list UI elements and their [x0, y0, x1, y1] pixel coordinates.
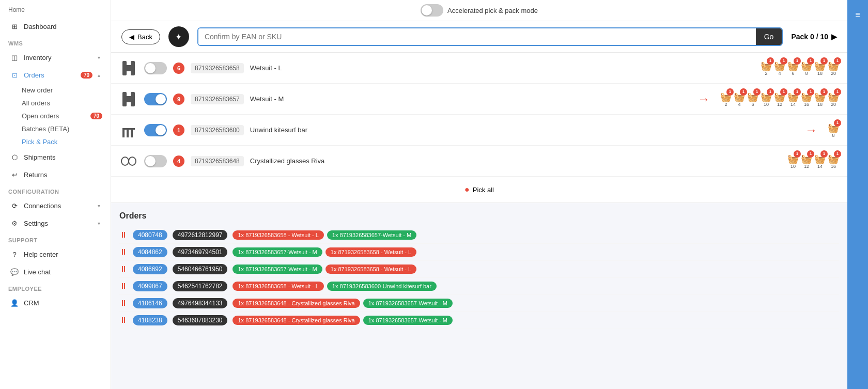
product-toggle[interactable] [144, 124, 167, 136]
sku-tag: 8719326583658 [191, 63, 244, 73]
basket-icon-wrap: 🧺 1 [828, 153, 839, 165]
svg-rect-9 [122, 128, 135, 130]
order-tags: 1x 8719326583657-Wetsuit - M1x 871932658… [233, 264, 839, 274]
employee-section-label: Employee [0, 281, 111, 294]
all-orders-label: All orders [22, 99, 50, 107]
sub-item-batches[interactable]: Batches (BETA) [22, 122, 111, 135]
pause-icon[interactable]: ⏸ [119, 230, 128, 240]
ean-input[interactable] [198, 28, 756, 45]
crm-label: CRM [24, 299, 100, 307]
sidebar-item-help[interactable]: ? Help center [2, 246, 109, 262]
pause-icon[interactable]: ⏸ [119, 247, 128, 257]
pause-icon[interactable]: ⏸ [119, 264, 128, 274]
shipments-icon: ⬡ [10, 153, 19, 161]
sku-tag: 8719326583657 [191, 94, 244, 104]
sidebar-item-crm[interactable]: 👤 CRM [2, 294, 109, 311]
product-toggle[interactable] [144, 93, 167, 105]
quantity-badge: 1 [173, 125, 184, 136]
sidebar-item-shipments[interactable]: ⬡ Shipments [2, 149, 109, 165]
basket-count: 1 [726, 88, 734, 96]
dashboard-icon: ⊞ [10, 22, 19, 30]
product-name: Wetsuit - L [250, 64, 754, 72]
sub-item-open-orders[interactable]: Open orders 70 [22, 110, 111, 122]
basket-item: 🧺 1 18 [814, 60, 826, 76]
sidebar-item-returns[interactable]: ↩ Returns [2, 166, 109, 183]
pick-all-label: Pick all [473, 186, 494, 194]
order-tag: 1x 8719326583658 - Wetsuit - L [326, 247, 416, 257]
red-arrow-icon: → [698, 92, 710, 106]
order-id-dark: 4972612812997 [173, 230, 228, 240]
open-orders-label: Open orders [22, 112, 59, 120]
basket-count: 1 [820, 57, 828, 65]
svg-point-10 [121, 157, 129, 165]
basket-item: 🧺 1 2 [761, 60, 772, 76]
basket-item: 🧺 1 6 [787, 60, 799, 76]
panel-lines-icon[interactable]: ≡ [855, 10, 860, 20]
new-order-label: New order [22, 86, 53, 94]
sub-item-all-orders[interactable]: All orders [22, 97, 111, 110]
orders-submenu: New order All orders Open orders 70 Batc… [0, 84, 111, 148]
sub-item-pick-pack[interactable]: Pick & Pack [22, 135, 111, 148]
sidebar-item-live-chat[interactable]: 💬 Live chat [2, 263, 109, 280]
basket-count: 1 [807, 88, 814, 96]
pause-icon[interactable]: ⏸ [119, 299, 128, 308]
shipments-label: Shipments [24, 153, 100, 161]
order-tag: 1x 8719326583657-Wetsuit - M [327, 230, 416, 240]
svg-rect-2 [122, 65, 135, 71]
basket-item: 🧺 1 20 [828, 60, 839, 76]
sidebar-item-inventory[interactable]: ◫ Inventory ▾ [2, 49, 109, 66]
sidebar-item-orders[interactable]: ⊡ Orders 70 ▴ [2, 67, 109, 83]
toggle-knob [422, 5, 432, 15]
order-id-dark: 5462541762782 [173, 281, 228, 291]
basket-count: 1 [780, 88, 787, 96]
basket-count: 1 [820, 150, 828, 158]
quantity-badge: 9 [173, 94, 184, 105]
svg-point-11 [129, 157, 136, 165]
order-tag: 1x 8719326583658 - Wetsuit - L [233, 282, 323, 291]
inventory-label: Inventory [24, 54, 92, 61]
pack-arrow-icon: ▶ [831, 33, 837, 41]
order-id-blue[interactable]: 4080748 [133, 230, 167, 240]
order-tags: 1x 8719326583657-Wetsuit - M1x 871932658… [233, 247, 839, 257]
pick-all-button[interactable]: ● Pick all [454, 182, 504, 197]
baskets-container: 🧺 1 2 🧺 1 4 🧺 1 6 🧺 1 [720, 91, 839, 107]
basket-item: 🧺 1 12 [801, 153, 812, 169]
order-id-blue[interactable]: 4086692 [133, 264, 167, 274]
order-tag: 1x 8719326583657-Wetsuit - M [233, 264, 322, 274]
sidebar-item-dashboard[interactable]: ⊞ Dashboard [2, 18, 109, 35]
toggle-knob [145, 156, 156, 166]
basket-count: 1 [834, 57, 841, 65]
basket-icon-wrap: 🧺 1 [828, 91, 839, 103]
order-id-blue[interactable]: 4084862 [133, 247, 167, 257]
basket-icon-wrap: 🧺 1 [787, 60, 799, 72]
basket-count: 1 [834, 88, 841, 96]
sidebar-item-settings[interactable]: ⚙ Settings ▾ [2, 215, 109, 231]
basket-icon-wrap: 🧺 1 [814, 153, 826, 165]
accelerated-mode-toggle-wrap: Accelerated pick & pack mode [421, 4, 538, 17]
pick-all-row: ● Pick all [111, 177, 847, 203]
basket-icon-wrap: 🧺 1 [828, 60, 839, 72]
order-row: ⏸410823854636070832301x 8719326583648 - … [119, 312, 839, 329]
orders-chevron: ▴ [98, 72, 100, 78]
ean-input-wrap: Go [197, 27, 783, 46]
order-id-blue[interactable]: 4108238 [133, 315, 167, 325]
back-button[interactable]: ◀ Back [121, 29, 160, 44]
order-id-blue[interactable]: 4099867 [133, 281, 167, 291]
basket-count: 1 [780, 57, 787, 65]
baskets-container: 🧺 1 2 🧺 1 4 🧺 1 6 🧺 1 [761, 60, 839, 76]
pause-icon[interactable]: ⏸ [119, 316, 128, 325]
go-button[interactable]: Go [756, 28, 782, 45]
back-label: Back [137, 33, 152, 41]
inventory-chevron: ▾ [98, 55, 100, 60]
returns-icon: ↩ [10, 170, 19, 179]
product-toggle[interactable] [144, 62, 167, 74]
order-id-blue[interactable]: 4106146 [133, 298, 167, 308]
order-tag: 1x 8719326583648 - Crystallized glasses … [233, 316, 360, 325]
sub-item-new-order[interactable]: New order [22, 84, 111, 97]
product-row: 68719326583658Wetsuit - L 🧺 1 2 🧺 1 4 🧺 … [111, 53, 847, 84]
help-icon: ? [10, 250, 19, 258]
accelerated-mode-toggle[interactable] [421, 4, 443, 17]
pause-icon[interactable]: ⏸ [119, 282, 128, 291]
product-toggle[interactable] [144, 155, 167, 167]
sidebar-item-connections[interactable]: ⟳ Connections ▾ [2, 197, 109, 214]
